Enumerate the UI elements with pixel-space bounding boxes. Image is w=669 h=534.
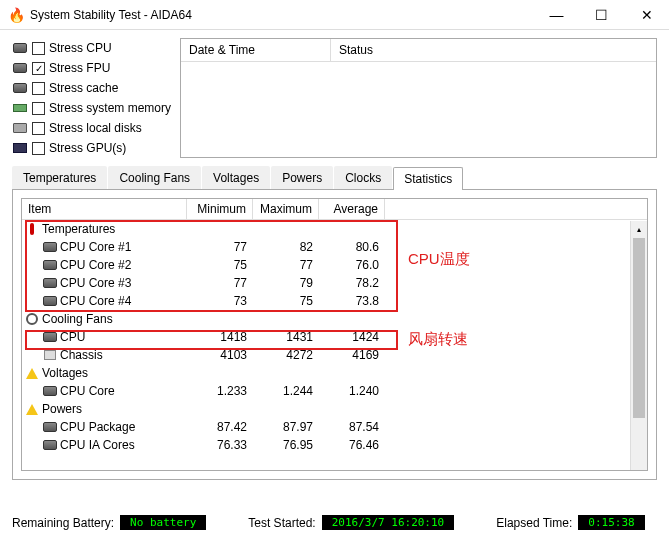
scroll-up-button[interactable]: ▴: [631, 221, 647, 238]
row-min: 75: [187, 258, 253, 272]
stats-group[interactable]: Cooling Fans: [22, 310, 647, 328]
chip-icon: [12, 80, 28, 96]
stats-row[interactable]: CPU Core #3777978.2: [22, 274, 647, 292]
row-label: CPU Core #3: [60, 276, 131, 290]
stress-item: Stress cache: [12, 78, 172, 98]
stress-item: Stress GPU(s): [12, 138, 172, 158]
row-max: 87.97: [253, 420, 319, 434]
chip-icon: [42, 257, 58, 273]
stats-row[interactable]: Chassis410342724169: [22, 346, 647, 364]
stress-label: Stress CPU: [49, 41, 112, 55]
stress-label: Stress GPU(s): [49, 141, 126, 155]
stress-checkbox[interactable]: [32, 142, 45, 155]
tab-voltages[interactable]: Voltages: [202, 166, 270, 189]
chip-icon: [42, 275, 58, 291]
col-maximum[interactable]: Maximum: [253, 199, 319, 219]
fan-icon: [24, 311, 40, 327]
scroll-thumb[interactable]: [633, 238, 645, 418]
col-minimum[interactable]: Minimum: [187, 199, 253, 219]
row-max: 82: [253, 240, 319, 254]
stats-row[interactable]: CPU Package87.4287.9787.54: [22, 418, 647, 436]
stress-item: Stress CPU: [12, 38, 172, 58]
row-min: 76.33: [187, 438, 253, 452]
therm-icon: [24, 221, 40, 237]
chip-icon: [42, 293, 58, 309]
chip-icon: [42, 329, 58, 345]
row-min: 73: [187, 294, 253, 308]
row-max: 1.244: [253, 384, 319, 398]
stress-checkbox[interactable]: [32, 122, 45, 135]
chip-icon: [42, 437, 58, 453]
titlebar: 🔥 System Stability Test - AIDA64 — ☐ ✕: [0, 0, 669, 30]
tab-strip: TemperaturesCooling FansVoltagesPowersCl…: [12, 166, 657, 190]
row-label: CPU Core #2: [60, 258, 131, 272]
gpu-icon: [12, 140, 28, 156]
stress-checkbox[interactable]: [32, 102, 45, 115]
statusbar: Remaining Battery: No battery Test Start…: [0, 511, 669, 534]
row-avg: 76.46: [319, 438, 385, 452]
stats-row[interactable]: CPU Core1.2331.2441.240: [22, 382, 647, 400]
tab-clocks[interactable]: Clocks: [334, 166, 392, 189]
col-average[interactable]: Average: [319, 199, 385, 219]
group-label: Cooling Fans: [42, 312, 113, 326]
vertical-scrollbar[interactable]: ▴: [630, 221, 647, 470]
log-col-status[interactable]: Status: [331, 39, 381, 61]
tab-temperatures[interactable]: Temperatures: [12, 166, 107, 189]
stats-group[interactable]: Temperatures: [22, 220, 647, 238]
stats-group[interactable]: Powers: [22, 400, 647, 418]
stats-row[interactable]: CPU Core #2757776.0: [22, 256, 647, 274]
stats-row[interactable]: CPU Core #1778280.6: [22, 238, 647, 256]
app-icon: 🔥: [8, 7, 24, 23]
row-min: 1.233: [187, 384, 253, 398]
elapsed-value: 0:15:38: [578, 515, 644, 530]
warn-icon: [24, 365, 40, 381]
stress-checkbox[interactable]: [32, 82, 45, 95]
row-min: 4103: [187, 348, 253, 362]
close-button[interactable]: ✕: [624, 0, 669, 30]
row-label: Chassis: [60, 348, 103, 362]
stats-row[interactable]: CPU141814311424: [22, 328, 647, 346]
log-col-datetime[interactable]: Date & Time: [181, 39, 331, 61]
chip-icon: [12, 40, 28, 56]
tab-cooling-fans[interactable]: Cooling Fans: [108, 166, 201, 189]
started-label: Test Started:: [248, 516, 315, 530]
stats-row[interactable]: CPU Core #4737573.8: [22, 292, 647, 310]
stats-row[interactable]: CPU IA Cores76.3376.9576.46: [22, 436, 647, 454]
stress-checkbox[interactable]: [32, 42, 45, 55]
stress-checkbox[interactable]: [32, 62, 45, 75]
row-label: CPU Core: [60, 384, 115, 398]
row-max: 75: [253, 294, 319, 308]
row-min: 77: [187, 276, 253, 290]
row-min: 77: [187, 240, 253, 254]
minimize-button[interactable]: —: [534, 0, 579, 30]
annotation-label-fan: 风扇转速: [408, 330, 468, 349]
row-max: 76.95: [253, 438, 319, 452]
started-value: 2016/3/7 16:20:10: [322, 515, 455, 530]
row-label: CPU: [60, 330, 85, 344]
disk-icon: [12, 120, 28, 136]
battery-value: No battery: [120, 515, 206, 530]
tab-statistics[interactable]: Statistics: [393, 167, 463, 190]
tab-powers[interactable]: Powers: [271, 166, 333, 189]
maximize-button[interactable]: ☐: [579, 0, 624, 30]
stress-label: Stress cache: [49, 81, 118, 95]
chip-icon: [12, 60, 28, 76]
row-max: 79: [253, 276, 319, 290]
col-item[interactable]: Item: [22, 199, 187, 219]
stats-group[interactable]: Voltages: [22, 364, 647, 382]
row-avg: 1424: [319, 330, 385, 344]
chip-icon: [42, 383, 58, 399]
group-label: Powers: [42, 402, 82, 416]
window-title: System Stability Test - AIDA64: [30, 8, 534, 22]
row-avg: 78.2: [319, 276, 385, 290]
stress-item: Stress system memory: [12, 98, 172, 118]
stress-item: Stress local disks: [12, 118, 172, 138]
chip-icon: [42, 239, 58, 255]
row-avg: 1.240: [319, 384, 385, 398]
ram-icon: [12, 100, 28, 116]
stats-body: TemperaturesCPU Core #1778280.6CPU Core …: [22, 220, 647, 469]
stress-options: Stress CPUStress FPUStress cacheStress s…: [12, 38, 172, 158]
stats-header: Item Minimum Maximum Average: [22, 199, 647, 220]
box-icon: [42, 347, 58, 363]
row-avg: 4169: [319, 348, 385, 362]
